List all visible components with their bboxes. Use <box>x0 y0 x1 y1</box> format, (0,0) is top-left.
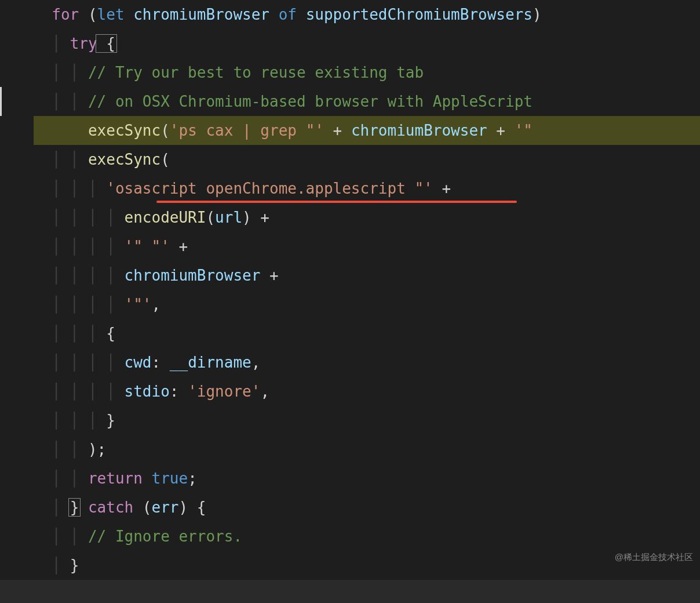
code-line[interactable]: │ │ │ │ encodeURI(url) + <box>34 203 700 232</box>
code-line[interactable]: │ │ execSync( <box>34 145 700 174</box>
code-line[interactable]: │ │ │ │ chromiumBrowser + <box>34 261 700 290</box>
annotation-underline <box>156 201 517 203</box>
code-line[interactable]: │ │ return true; <box>34 464 700 493</box>
code-line[interactable]: │ │ │ 'osascript openChrome.applescript … <box>34 174 700 203</box>
code-line[interactable]: │ │ ); <box>34 435 700 464</box>
code-line[interactable]: │ │ // Ignore errors. <box>34 522 700 551</box>
code-line[interactable]: for (let chromiumBrowser of supportedChr… <box>34 0 700 29</box>
code-line[interactable]: │ try { <box>34 29 700 58</box>
code-line[interactable]: │ │ // on OSX Chromium-based browser wit… <box>34 87 700 116</box>
bottom-bar <box>0 580 700 603</box>
code-line[interactable]: │ │ │ } <box>34 406 700 435</box>
code-line[interactable]: │ │ │ │ cwd: __dirname, <box>34 348 700 377</box>
code-line[interactable]: │ │ │ │ '" "' + <box>34 232 700 261</box>
code-line-highlighted[interactable]: execSync('ps cax | grep "' + chromiumBro… <box>34 116 700 145</box>
code-line[interactable]: │ │ │ │ '"', <box>34 290 700 319</box>
watermark-text: @稀土掘金技术社区 <box>615 543 693 572</box>
code-editor[interactable]: for (let chromiumBrowser of supportedChr… <box>0 0 700 580</box>
cursor-line-indicator <box>0 87 34 116</box>
code-line[interactable]: │ } catch (err) { <box>34 493 700 522</box>
code-line[interactable]: │ │ │ │ stdio: 'ignore', <box>34 377 700 406</box>
code-line[interactable]: │ } <box>34 551 700 580</box>
code-line[interactable]: │ │ // Try our best to reuse existing ta… <box>34 58 700 87</box>
code-line[interactable]: │ │ │ { <box>34 319 700 348</box>
